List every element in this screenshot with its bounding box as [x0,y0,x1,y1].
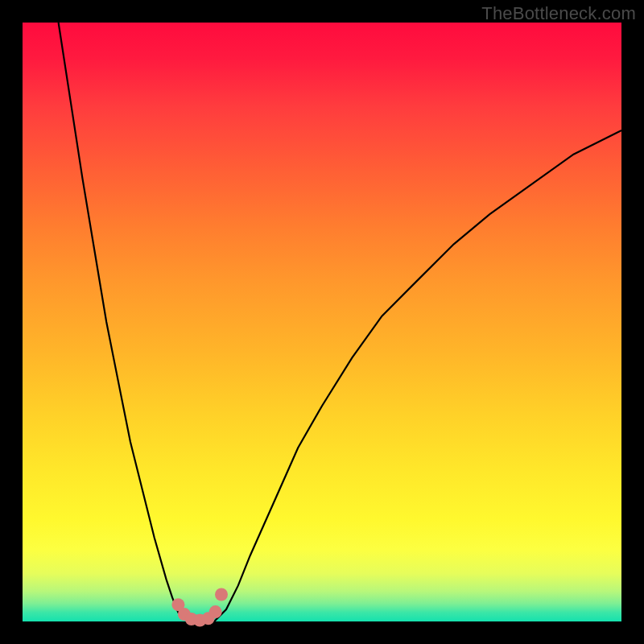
watermark-text: TheBottleneck.com [481,3,636,24]
chart-plot-area [23,23,621,621]
left-curve-line [59,23,191,621]
chart-svg [23,23,621,621]
trough-dot [215,588,228,601]
right-curve-line [214,130,621,621]
trough-dots-group [171,588,228,627]
trough-dot [209,605,222,618]
